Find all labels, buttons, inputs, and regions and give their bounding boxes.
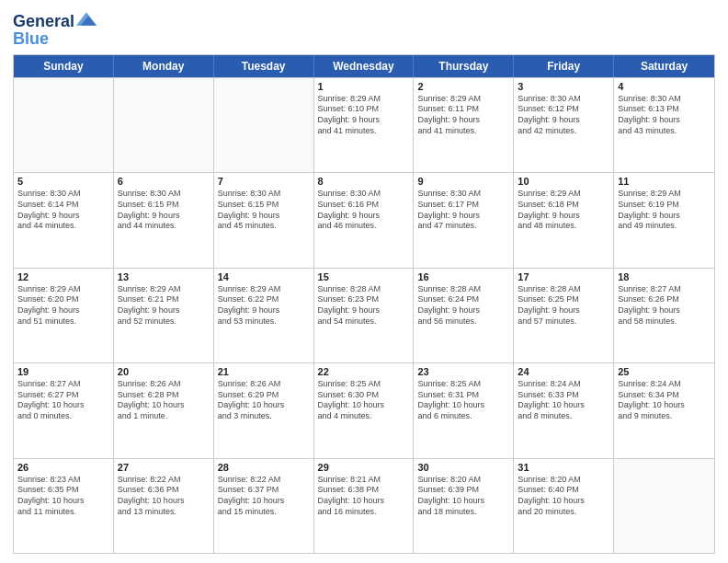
- day-number: 1: [318, 81, 410, 92]
- empty-cell-0-0: [14, 78, 114, 172]
- day-number: 5: [17, 176, 109, 187]
- day-cell-20: 20Sunrise: 8:26 AM Sunset: 6:28 PM Dayli…: [114, 363, 214, 457]
- day-cell-10: 10Sunrise: 8:29 AM Sunset: 6:18 PM Dayli…: [514, 173, 614, 267]
- day-info: Sunrise: 8:21 AM Sunset: 6:38 PM Dayligh…: [318, 475, 410, 518]
- weekday-header-saturday: Saturday: [614, 55, 714, 77]
- weekday-header-friday: Friday: [514, 55, 614, 77]
- day-number: 16: [417, 271, 509, 282]
- day-number: 15: [318, 271, 410, 282]
- day-info: Sunrise: 8:24 AM Sunset: 6:33 PM Dayligh…: [518, 379, 609, 422]
- empty-cell-0-2: [214, 78, 314, 172]
- day-info: Sunrise: 8:30 AM Sunset: 6:12 PM Dayligh…: [518, 94, 609, 137]
- day-cell-27: 27Sunrise: 8:22 AM Sunset: 6:36 PM Dayli…: [114, 459, 214, 553]
- day-info: Sunrise: 8:29 AM Sunset: 6:21 PM Dayligh…: [118, 284, 210, 327]
- calendar-row-0: 1Sunrise: 8:29 AM Sunset: 6:10 PM Daylig…: [14, 77, 714, 172]
- weekday-header-sunday: Sunday: [14, 55, 114, 77]
- day-info: Sunrise: 8:30 AM Sunset: 6:15 PM Dayligh…: [118, 189, 210, 232]
- day-cell-30: 30Sunrise: 8:20 AM Sunset: 6:39 PM Dayli…: [414, 459, 514, 553]
- day-info: Sunrise: 8:26 AM Sunset: 6:29 PM Dayligh…: [218, 379, 310, 422]
- calendar-row-2: 12Sunrise: 8:29 AM Sunset: 6:20 PM Dayli…: [14, 268, 714, 362]
- day-cell-21: 21Sunrise: 8:26 AM Sunset: 6:29 PM Dayli…: [214, 363, 314, 457]
- day-number: 14: [218, 271, 310, 282]
- day-info: Sunrise: 8:29 AM Sunset: 6:20 PM Dayligh…: [17, 284, 109, 327]
- day-cell-6: 6Sunrise: 8:30 AM Sunset: 6:15 PM Daylig…: [114, 173, 214, 267]
- day-number: 9: [417, 176, 509, 187]
- day-cell-19: 19Sunrise: 8:27 AM Sunset: 6:27 PM Dayli…: [14, 363, 114, 457]
- weekday-header-thursday: Thursday: [414, 55, 514, 77]
- day-cell-18: 18Sunrise: 8:27 AM Sunset: 6:26 PM Dayli…: [614, 269, 714, 362]
- weekday-header-tuesday: Tuesday: [214, 55, 314, 77]
- day-number: 21: [218, 366, 310, 377]
- empty-cell-4-6: [614, 459, 714, 553]
- day-cell-17: 17Sunrise: 8:28 AM Sunset: 6:25 PM Dayli…: [514, 269, 614, 362]
- day-cell-31: 31Sunrise: 8:20 AM Sunset: 6:40 PM Dayli…: [514, 459, 614, 553]
- logo: General Blue: [13, 13, 97, 49]
- day-info: Sunrise: 8:20 AM Sunset: 6:40 PM Dayligh…: [518, 475, 609, 518]
- day-info: Sunrise: 8:29 AM Sunset: 6:11 PM Dayligh…: [417, 94, 509, 137]
- day-info: Sunrise: 8:28 AM Sunset: 6:24 PM Dayligh…: [417, 284, 509, 327]
- calendar-row-1: 5Sunrise: 8:30 AM Sunset: 6:14 PM Daylig…: [14, 172, 714, 267]
- day-number: 23: [417, 366, 509, 377]
- weekday-header-wednesday: Wednesday: [314, 55, 415, 77]
- day-number: 11: [618, 176, 711, 187]
- day-info: Sunrise: 8:30 AM Sunset: 6:17 PM Dayligh…: [417, 189, 509, 232]
- day-info: Sunrise: 8:27 AM Sunset: 6:26 PM Dayligh…: [618, 284, 711, 327]
- logo-icon: [76, 10, 97, 30]
- day-info: Sunrise: 8:23 AM Sunset: 6:35 PM Dayligh…: [17, 475, 109, 518]
- day-info: Sunrise: 8:25 AM Sunset: 6:31 PM Dayligh…: [417, 379, 509, 422]
- calendar-row-4: 26Sunrise: 8:23 AM Sunset: 6:35 PM Dayli…: [14, 458, 714, 553]
- day-number: 22: [318, 366, 410, 377]
- day-number: 19: [17, 366, 109, 377]
- day-cell-5: 5Sunrise: 8:30 AM Sunset: 6:14 PM Daylig…: [14, 173, 114, 267]
- day-info: Sunrise: 8:28 AM Sunset: 6:23 PM Dayligh…: [318, 284, 410, 327]
- day-info: Sunrise: 8:28 AM Sunset: 6:25 PM Dayligh…: [518, 284, 609, 327]
- day-cell-15: 15Sunrise: 8:28 AM Sunset: 6:23 PM Dayli…: [314, 269, 415, 362]
- day-cell-16: 16Sunrise: 8:28 AM Sunset: 6:24 PM Dayli…: [414, 269, 514, 362]
- day-number: 13: [118, 271, 210, 282]
- day-info: Sunrise: 8:26 AM Sunset: 6:28 PM Dayligh…: [118, 379, 210, 422]
- day-info: Sunrise: 8:30 AM Sunset: 6:13 PM Dayligh…: [618, 94, 711, 137]
- day-info: Sunrise: 8:29 AM Sunset: 6:10 PM Dayligh…: [318, 94, 410, 137]
- day-number: 17: [518, 271, 609, 282]
- day-number: 27: [118, 462, 210, 473]
- day-info: Sunrise: 8:30 AM Sunset: 6:15 PM Dayligh…: [218, 189, 310, 232]
- day-number: 4: [618, 81, 711, 92]
- day-number: 10: [518, 176, 609, 187]
- day-cell-29: 29Sunrise: 8:21 AM Sunset: 6:38 PM Dayli…: [314, 459, 415, 553]
- day-cell-28: 28Sunrise: 8:22 AM Sunset: 6:37 PM Dayli…: [214, 459, 314, 553]
- day-cell-7: 7Sunrise: 8:30 AM Sunset: 6:15 PM Daylig…: [214, 173, 314, 267]
- day-cell-24: 24Sunrise: 8:24 AM Sunset: 6:33 PM Dayli…: [514, 363, 614, 457]
- day-info: Sunrise: 8:29 AM Sunset: 6:18 PM Dayligh…: [518, 189, 609, 232]
- calendar-body: 1Sunrise: 8:29 AM Sunset: 6:10 PM Daylig…: [14, 77, 714, 553]
- day-cell-12: 12Sunrise: 8:29 AM Sunset: 6:20 PM Dayli…: [14, 269, 114, 362]
- day-number: 29: [318, 462, 410, 473]
- weekday-header-monday: Monday: [114, 55, 214, 77]
- day-number: 25: [618, 366, 711, 377]
- day-cell-14: 14Sunrise: 8:29 AM Sunset: 6:22 PM Dayli…: [214, 269, 314, 362]
- day-cell-3: 3Sunrise: 8:30 AM Sunset: 6:12 PM Daylig…: [514, 78, 614, 172]
- day-info: Sunrise: 8:24 AM Sunset: 6:34 PM Dayligh…: [618, 379, 711, 422]
- day-number: 30: [417, 462, 509, 473]
- day-cell-4: 4Sunrise: 8:30 AM Sunset: 6:13 PM Daylig…: [614, 78, 714, 172]
- day-cell-25: 25Sunrise: 8:24 AM Sunset: 6:34 PM Dayli…: [614, 363, 714, 457]
- day-info: Sunrise: 8:30 AM Sunset: 6:16 PM Dayligh…: [318, 189, 410, 232]
- calendar: SundayMondayTuesdayWednesdayThursdayFrid…: [13, 54, 715, 554]
- day-cell-23: 23Sunrise: 8:25 AM Sunset: 6:31 PM Dayli…: [414, 363, 514, 457]
- day-info: Sunrise: 8:25 AM Sunset: 6:30 PM Dayligh…: [318, 379, 410, 422]
- day-number: 7: [218, 176, 310, 187]
- day-cell-8: 8Sunrise: 8:30 AM Sunset: 6:16 PM Daylig…: [314, 173, 415, 267]
- day-cell-26: 26Sunrise: 8:23 AM Sunset: 6:35 PM Dayli…: [14, 459, 114, 553]
- day-number: 18: [618, 271, 711, 282]
- day-info: Sunrise: 8:27 AM Sunset: 6:27 PM Dayligh…: [17, 379, 109, 422]
- logo-text: General: [13, 13, 74, 31]
- day-number: 24: [518, 366, 609, 377]
- day-number: 31: [518, 462, 609, 473]
- calendar-row-3: 19Sunrise: 8:27 AM Sunset: 6:27 PM Dayli…: [14, 362, 714, 457]
- day-info: Sunrise: 8:29 AM Sunset: 6:22 PM Dayligh…: [218, 284, 310, 327]
- header: General Blue: [13, 9, 715, 49]
- day-number: 6: [118, 176, 210, 187]
- day-cell-11: 11Sunrise: 8:29 AM Sunset: 6:19 PM Dayli…: [614, 173, 714, 267]
- calendar-header: SundayMondayTuesdayWednesdayThursdayFrid…: [14, 55, 714, 77]
- day-cell-22: 22Sunrise: 8:25 AM Sunset: 6:30 PM Dayli…: [314, 363, 415, 457]
- day-number: 3: [518, 81, 609, 92]
